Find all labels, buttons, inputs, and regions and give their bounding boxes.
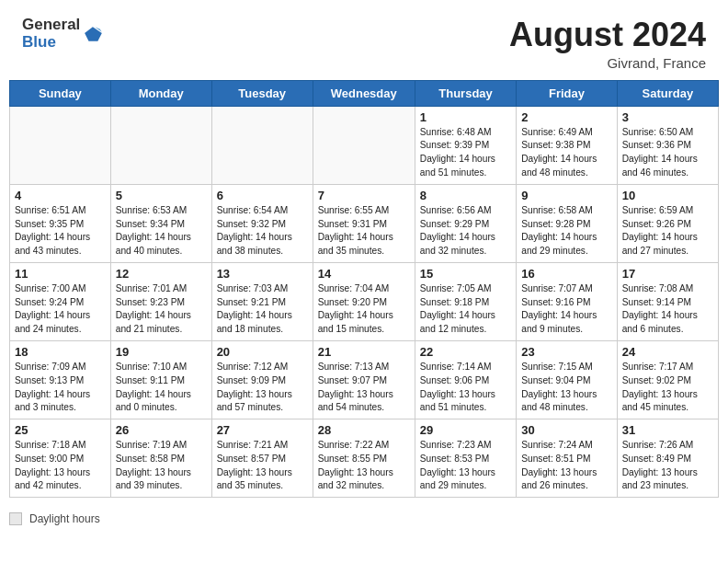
day-info: Sunrise: 7:10 AMSunset: 9:11 PMDaylight:… [116, 361, 207, 415]
table-row: 18Sunrise: 7:09 AMSunset: 9:13 PMDayligh… [10, 340, 111, 419]
day-number: 1 [420, 110, 511, 124]
table-row: 24Sunrise: 7:17 AMSunset: 9:02 PMDayligh… [617, 340, 718, 419]
day-info: Sunrise: 6:54 AMSunset: 9:32 PMDaylight:… [217, 204, 308, 259]
day-number: 2 [521, 110, 611, 124]
calendar-subtitle: Givrand, France [509, 55, 706, 71]
table-row: 2Sunrise: 6:49 AMSunset: 9:38 PMDaylight… [517, 106, 617, 184]
day-info: Sunrise: 7:21 AMSunset: 8:57 PMDaylight:… [217, 439, 308, 493]
table-row: 21Sunrise: 7:13 AMSunset: 9:07 PMDayligh… [313, 340, 415, 419]
table-row [313, 106, 415, 184]
table-row [10, 106, 111, 184]
day-info: Sunrise: 6:48 AMSunset: 9:39 PMDaylight:… [420, 126, 511, 180]
day-info: Sunrise: 7:18 AMSunset: 9:00 PMDaylight:… [15, 439, 106, 493]
day-info: Sunrise: 7:09 AMSunset: 9:13 PMDaylight:… [15, 361, 106, 415]
day-info: Sunrise: 7:03 AMSunset: 9:21 PMDaylight:… [217, 282, 308, 337]
page-header: General Blue August 2024 Givrand, France [0, 0, 728, 80]
header-friday: Friday [517, 80, 617, 106]
day-number: 10 [622, 189, 713, 202]
logo-blue: Blue [22, 34, 80, 52]
title-block: August 2024 Givrand, France [509, 17, 706, 71]
header-tuesday: Tuesday [211, 80, 313, 106]
calendar-row: 25Sunrise: 7:18 AMSunset: 9:00 PMDayligh… [10, 419, 719, 498]
weekday-header-row: Sunday Monday Tuesday Wednesday Thursday… [10, 80, 719, 106]
table-row: 29Sunrise: 7:23 AMSunset: 8:53 PMDayligh… [415, 419, 516, 498]
table-row: 30Sunrise: 7:24 AMSunset: 8:51 PMDayligh… [517, 419, 617, 498]
header-sunday: Sunday [10, 80, 111, 106]
day-info: Sunrise: 7:22 AMSunset: 8:55 PMDaylight:… [318, 439, 410, 493]
calendar-title: August 2024 [509, 17, 706, 53]
day-number: 9 [521, 189, 611, 202]
calendar-table: Sunday Monday Tuesday Wednesday Thursday… [9, 80, 719, 499]
table-row: 31Sunrise: 7:26 AMSunset: 8:49 PMDayligh… [617, 419, 718, 498]
day-number: 8 [420, 189, 511, 202]
table-row: 15Sunrise: 7:05 AMSunset: 9:18 PMDayligh… [415, 262, 516, 340]
day-number: 3 [622, 110, 713, 124]
day-number: 14 [318, 267, 410, 281]
table-row: 12Sunrise: 7:01 AMSunset: 9:23 PMDayligh… [110, 262, 211, 340]
legend-box [9, 512, 22, 525]
day-number: 6 [217, 189, 308, 202]
day-info: Sunrise: 7:23 AMSunset: 8:53 PMDaylight:… [420, 439, 511, 493]
day-number: 11 [15, 267, 106, 281]
day-info: Sunrise: 6:50 AMSunset: 9:36 PMDaylight:… [622, 126, 713, 180]
day-info: Sunrise: 6:51 AMSunset: 9:35 PMDaylight:… [15, 204, 106, 259]
header-saturday: Saturday [617, 80, 718, 106]
day-info: Sunrise: 6:49 AMSunset: 9:38 PMDaylight:… [521, 126, 611, 180]
day-info: Sunrise: 7:12 AMSunset: 9:09 PMDaylight:… [217, 361, 308, 415]
day-number: 19 [116, 345, 207, 359]
day-info: Sunrise: 7:13 AMSunset: 9:07 PMDaylight:… [318, 361, 410, 415]
day-number: 21 [318, 345, 410, 359]
day-info: Sunrise: 7:24 AMSunset: 8:51 PMDaylight:… [521, 439, 611, 493]
table-row: 17Sunrise: 7:08 AMSunset: 9:14 PMDayligh… [617, 262, 718, 340]
day-info: Sunrise: 7:14 AMSunset: 9:06 PMDaylight:… [420, 361, 511, 415]
day-number: 29 [420, 423, 511, 437]
table-row: 9Sunrise: 6:58 AMSunset: 9:28 PMDaylight… [517, 184, 617, 262]
legend: Daylight hours [0, 507, 728, 533]
day-number: 17 [622, 267, 713, 281]
table-row: 7Sunrise: 6:55 AMSunset: 9:31 PMDaylight… [313, 184, 415, 262]
day-number: 31 [622, 423, 713, 437]
day-number: 24 [622, 345, 713, 359]
table-row [211, 106, 313, 184]
day-info: Sunrise: 6:59 AMSunset: 9:26 PMDaylight:… [622, 204, 713, 259]
table-row: 20Sunrise: 7:12 AMSunset: 9:09 PMDayligh… [211, 340, 313, 419]
table-row: 4Sunrise: 6:51 AMSunset: 9:35 PMDaylight… [10, 184, 111, 262]
table-row: 13Sunrise: 7:03 AMSunset: 9:21 PMDayligh… [211, 262, 313, 340]
table-row: 6Sunrise: 6:54 AMSunset: 9:32 PMDaylight… [211, 184, 313, 262]
day-number: 4 [15, 189, 106, 202]
table-row: 25Sunrise: 7:18 AMSunset: 9:00 PMDayligh… [10, 419, 111, 498]
calendar-row: 4Sunrise: 6:51 AMSunset: 9:35 PMDaylight… [10, 184, 719, 262]
table-row: 11Sunrise: 7:00 AMSunset: 9:24 PMDayligh… [10, 262, 111, 340]
day-info: Sunrise: 7:26 AMSunset: 8:49 PMDaylight:… [622, 439, 713, 493]
legend-label: Daylight hours [29, 512, 100, 525]
day-info: Sunrise: 7:00 AMSunset: 9:24 PMDaylight:… [15, 282, 106, 337]
day-number: 18 [15, 345, 106, 359]
header-monday: Monday [110, 80, 211, 106]
day-number: 7 [318, 189, 410, 202]
table-row [110, 106, 211, 184]
table-row: 14Sunrise: 7:04 AMSunset: 9:20 PMDayligh… [313, 262, 415, 340]
day-info: Sunrise: 6:56 AMSunset: 9:29 PMDaylight:… [420, 204, 511, 259]
table-row: 5Sunrise: 6:53 AMSunset: 9:34 PMDaylight… [110, 184, 211, 262]
day-info: Sunrise: 7:17 AMSunset: 9:02 PMDaylight:… [622, 361, 713, 415]
calendar-row: 1Sunrise: 6:48 AMSunset: 9:39 PMDaylight… [10, 106, 719, 184]
table-row: 16Sunrise: 7:07 AMSunset: 9:16 PMDayligh… [517, 262, 617, 340]
day-number: 20 [217, 345, 308, 359]
day-number: 27 [217, 423, 308, 437]
day-info: Sunrise: 7:04 AMSunset: 9:20 PMDaylight:… [318, 282, 410, 337]
table-row: 27Sunrise: 7:21 AMSunset: 8:57 PMDayligh… [211, 419, 313, 498]
day-number: 28 [318, 423, 410, 437]
calendar-row: 18Sunrise: 7:09 AMSunset: 9:13 PMDayligh… [10, 340, 719, 419]
calendar-row: 11Sunrise: 7:00 AMSunset: 9:24 PMDayligh… [10, 262, 719, 340]
day-number: 22 [420, 345, 511, 359]
table-row: 22Sunrise: 7:14 AMSunset: 9:06 PMDayligh… [415, 340, 516, 419]
table-row: 26Sunrise: 7:19 AMSunset: 8:58 PMDayligh… [110, 419, 211, 498]
header-thursday: Thursday [415, 80, 516, 106]
day-number: 25 [15, 423, 106, 437]
day-info: Sunrise: 7:01 AMSunset: 9:23 PMDaylight:… [116, 282, 207, 337]
day-number: 12 [116, 267, 207, 281]
day-info: Sunrise: 7:05 AMSunset: 9:18 PMDaylight:… [420, 282, 511, 337]
day-info: Sunrise: 7:07 AMSunset: 9:16 PMDaylight:… [521, 282, 611, 337]
header-wednesday: Wednesday [313, 80, 415, 106]
table-row: 23Sunrise: 7:15 AMSunset: 9:04 PMDayligh… [517, 340, 617, 419]
